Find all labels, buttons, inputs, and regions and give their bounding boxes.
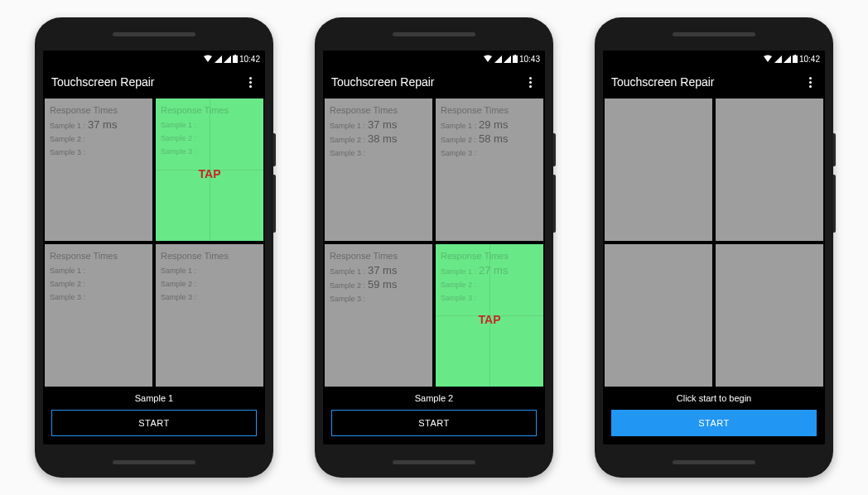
tap-label: TAP <box>436 313 543 326</box>
overflow-menu-icon[interactable] <box>803 75 817 89</box>
app-title: Touchscreen Repair <box>51 75 155 89</box>
start-button[interactable]: START <box>51 410 257 436</box>
svg-rect-3 <box>514 55 516 55</box>
volume-button <box>833 175 836 233</box>
quad-grid: Response Times Sample 1 :37 ms Sample 2 … <box>43 97 265 388</box>
app-bar: Touchscreen Repair <box>43 67 265 97</box>
sample-row-2: Sample 2 : <box>441 278 538 291</box>
screen-2: 10:43 Touchscreen Repair Response Times … <box>323 50 545 445</box>
sample-row-3: Sample 3 : <box>330 147 427 160</box>
power-button <box>833 133 836 166</box>
status-time: 10:42 <box>799 55 820 64</box>
signal-icon <box>215 55 222 63</box>
sample-row-3: Sample 3 : <box>161 145 258 158</box>
quad-title: Response Times <box>161 251 258 261</box>
power-button <box>273 133 276 166</box>
sample-row-2: Sample 2 : <box>50 277 147 291</box>
screen-1: 10:42 Touchscreen Repair Response Times … <box>43 50 265 445</box>
footer: Sample 2 START <box>323 388 545 445</box>
status-bar: 10:43 <box>323 50 545 67</box>
power-button <box>553 133 556 166</box>
quadrant-top-right[interactable] <box>716 99 823 241</box>
quad-grid: Response Times Sample 1 :37 ms Sample 2 … <box>323 97 545 388</box>
quad-grid <box>603 97 825 388</box>
quadrant-bottom-right[interactable]: Response Times Sample 1 : Sample 2 : Sam… <box>156 244 263 387</box>
sample-row-1: Sample 1 :27 ms <box>441 264 538 278</box>
wifi-icon <box>203 55 213 63</box>
svg-rect-0 <box>233 55 238 63</box>
sample-row-2: Sample 2 :38 ms <box>330 132 427 147</box>
quad-title: Response Times <box>441 251 538 261</box>
status-bar: 10:42 <box>603 50 825 67</box>
volume-button <box>273 175 276 233</box>
svg-rect-5 <box>794 55 796 55</box>
current-sample-label: Sample 2 <box>331 393 537 403</box>
wifi-icon <box>763 55 773 63</box>
quadrant-top-left[interactable]: Response Times Sample 1 :37 ms Sample 2 … <box>325 99 432 241</box>
quad-title: Response Times <box>161 105 258 115</box>
signal-icon-2 <box>224 55 231 63</box>
quadrant-bottom-left[interactable]: Response Times Sample 1 :37 ms Sample 2 … <box>325 244 432 387</box>
footer: Click start to begin START <box>603 388 825 445</box>
app-bar: Touchscreen Repair <box>323 67 545 97</box>
quadrant-top-left[interactable]: Response Times Sample 1 :37 ms Sample 2 … <box>45 99 152 241</box>
status-time: 10:43 <box>519 55 540 64</box>
app-bar: Touchscreen Repair <box>603 67 825 97</box>
sample-row-2: Sample 2 : <box>161 277 258 291</box>
sample-row-3: Sample 3 : <box>330 292 427 305</box>
sample-row-1: Sample 1 :37 ms <box>330 264 427 278</box>
svg-rect-2 <box>513 55 518 63</box>
svg-rect-4 <box>793 55 798 63</box>
quad-title: Response Times <box>50 105 147 115</box>
quadrant-bottom-right[interactable]: Response Times Sample 1 :27 ms Sample 2 … <box>436 244 543 387</box>
signal-icon-2 <box>784 55 791 63</box>
current-sample-label: Sample 1 <box>51 393 257 403</box>
tap-label: TAP <box>156 167 263 180</box>
overflow-menu-icon[interactable] <box>523 75 537 89</box>
sample-row-2: Sample 2 :58 ms <box>441 132 538 147</box>
quad-title: Response Times <box>50 251 147 261</box>
signal-icon <box>774 55 782 63</box>
signal-icon <box>494 55 502 63</box>
status-time: 10:42 <box>239 55 260 64</box>
overflow-menu-icon[interactable] <box>244 75 257 89</box>
device-frame-2: 10:43 Touchscreen Repair Response Times … <box>315 17 553 478</box>
quadrant-bottom-left[interactable] <box>605 244 712 387</box>
device-frame-1: 10:42 Touchscreen Repair Response Times … <box>35 17 273 478</box>
battery-icon <box>233 55 238 63</box>
sample-row-3: Sample 3 : <box>50 146 147 159</box>
screen-3: 10:42 Touchscreen Repair Click start to … <box>603 50 825 445</box>
quadrant-bottom-right[interactable] <box>716 244 823 387</box>
quadrant-bottom-left[interactable]: Response Times Sample 1 : Sample 2 : Sam… <box>45 244 152 387</box>
svg-rect-1 <box>234 55 236 55</box>
app-title: Touchscreen Repair <box>331 75 435 89</box>
sample-row-1: Sample 1 : <box>161 264 258 277</box>
volume-button <box>553 175 556 233</box>
quadrant-top-right[interactable]: Response Times Sample 1 :29 ms Sample 2 … <box>436 99 543 241</box>
battery-icon <box>513 55 518 63</box>
footer: Sample 1 START <box>43 388 265 445</box>
sample-row-3: Sample 3 : <box>50 291 147 304</box>
quad-title: Response Times <box>330 251 427 261</box>
sample-row-2: Sample 2 : <box>161 132 258 145</box>
device-frame-3: 10:42 Touchscreen Repair Click start to … <box>595 17 833 478</box>
sample-row-2: Sample 2 : <box>50 132 147 146</box>
sample-row-2: Sample 2 :59 ms <box>330 278 427 292</box>
sample-row-3: Sample 3 : <box>161 291 258 304</box>
quad-title: Response Times <box>330 105 427 115</box>
signal-icon-2 <box>504 55 511 63</box>
start-button[interactable]: START <box>331 410 537 436</box>
quad-title: Response Times <box>441 105 538 115</box>
sample-row-3: Sample 3 : <box>441 147 538 160</box>
start-button[interactable]: START <box>611 410 817 436</box>
current-sample-label: Click start to begin <box>611 393 817 403</box>
sample-row-1: Sample 1 : <box>50 264 147 277</box>
sample-row-1: Sample 1 :37 ms <box>330 118 427 132</box>
quadrant-top-right[interactable]: Response Times Sample 1 : Sample 2 : Sam… <box>156 99 263 241</box>
status-bar: 10:42 <box>43 50 265 67</box>
sample-row-1: Sample 1 :37 ms <box>50 118 147 132</box>
app-title: Touchscreen Repair <box>611 75 715 89</box>
wifi-icon <box>483 55 493 63</box>
quadrant-top-left[interactable] <box>605 99 712 241</box>
sample-row-1: Sample 1 :29 ms <box>441 118 538 132</box>
